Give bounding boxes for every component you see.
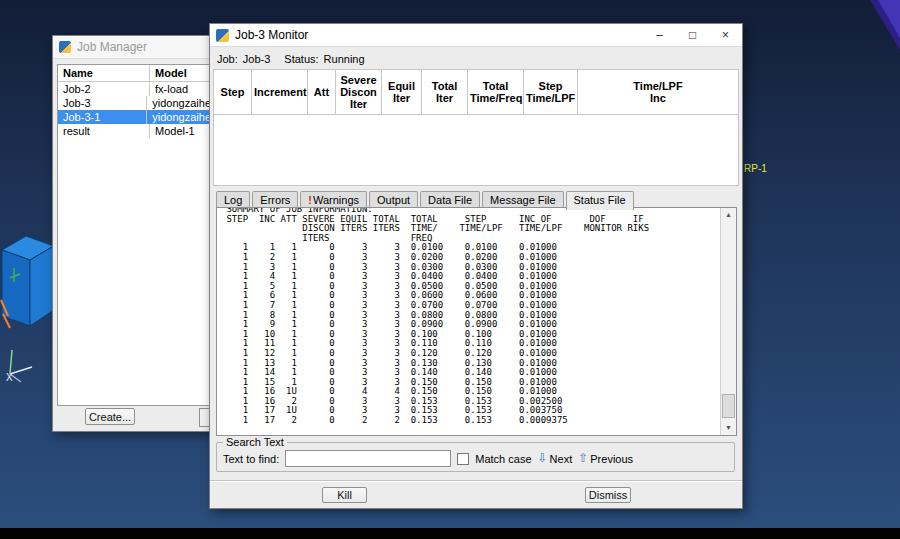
col-equil-iter: Equil Iter [382, 70, 422, 115]
job-name: Job-3 [58, 96, 147, 110]
tab-errors[interactable]: Errors [252, 191, 298, 208]
job-model: fx-load [150, 83, 211, 95]
window-controls: – □ × [643, 24, 742, 46]
minimize-icon[interactable]: – [643, 24, 676, 46]
job-manager-dialog: Job Manager Name Model Job-2 fx-load Job… [52, 35, 211, 432]
job-monitor-icon [216, 29, 229, 42]
col-total-time-freq: Total Time/Freq [468, 70, 524, 115]
increment-table-body-empty [214, 115, 739, 186]
tab-log[interactable]: Log [216, 191, 250, 208]
match-case-checkbox[interactable] [457, 453, 469, 465]
scroll-down-icon[interactable]: ▼ [721, 421, 736, 435]
status-file-text[interactable]: SUMMARY OF JOB INFORMATION: STEP INC ATT… [221, 207, 718, 435]
job-model: yidongzaihe [147, 97, 211, 109]
job-monitor-titlebar[interactable]: Job-3 Monitor – □ × [210, 24, 742, 47]
job-name: Job-3-1 [58, 110, 147, 124]
job-model: yidongzaihe [147, 111, 211, 123]
increment-table: Step Increment Att Severe Discon Iter Eq… [213, 69, 739, 186]
find-next-button[interactable]: ⇩ Next [538, 453, 573, 465]
scrollbar-thumb[interactable] [722, 394, 735, 418]
col-increment: Increment [252, 70, 308, 115]
create-job-button[interactable]: Create... [85, 408, 135, 425]
axis-x-label: X [6, 372, 13, 383]
search-group-label: Search Text [223, 436, 287, 448]
col-att: Att [308, 70, 336, 115]
tab-warnings[interactable]: !Warnings [300, 191, 367, 208]
increment-table-header: Step Increment Att Severe Discon Iter Eq… [214, 70, 739, 115]
status-file-view[interactable]: SUMMARY OF JOB INFORMATION: STEP INC ATT… [216, 207, 737, 436]
tab-status-file[interactable]: Status File [566, 191, 634, 210]
find-previous-button[interactable]: ⇧ Previous [578, 453, 633, 465]
arrow-down-icon: ⇩ [538, 453, 548, 464]
view-cube-corner-inner [878, 0, 900, 38]
warning-exclamation-icon: ! [308, 194, 312, 206]
arrow-up-icon: ⇧ [578, 453, 588, 464]
monitor-tabs: Log Errors !Warnings Output Data File Me… [216, 190, 636, 208]
job-list-header: Name Model [58, 65, 211, 82]
job-list-header-name: Name [58, 65, 150, 81]
taskbar-strip [0, 528, 900, 539]
vertical-scrollbar[interactable]: ▲ ▼ [720, 208, 736, 435]
monitor-footer: Kill Dismiss [210, 480, 742, 508]
scroll-up-icon[interactable]: ▲ [721, 208, 736, 222]
job-manager-titlebar[interactable]: Job Manager [53, 36, 210, 59]
abaqus-app: X RP-1 Job Manager Name Model Job-2 fx-l… [0, 0, 900, 539]
col-severe-discon: Severe Discon Iter [336, 70, 382, 115]
job-row[interactable]: Job-3-1 yidongzaihe [58, 110, 211, 124]
find-label: Text to find: [223, 453, 279, 465]
job-name: result [58, 124, 150, 138]
job-row[interactable]: Job-2 fx-load [58, 82, 211, 96]
search-input[interactable] [285, 450, 451, 467]
job-monitor-dialog: Job-3 Monitor – □ × Job: Job-3 Status: R… [209, 23, 743, 509]
col-total-iter: Total Iter [422, 70, 468, 115]
job-list: Name Model Job-2 fx-load Job-3 yidongzai… [57, 64, 211, 406]
col-step-time-lpf: Step Time/LPF [524, 70, 578, 115]
tab-data-file[interactable]: Data File [420, 191, 480, 208]
job-row[interactable]: result Model-1 [58, 124, 211, 138]
reference-point-label: RP-1 [744, 163, 767, 174]
col-time-lpf-inc: Time/LPF Inc [578, 70, 739, 115]
close-icon[interactable]: × [709, 24, 742, 46]
job-manager-title: Job Manager [77, 40, 147, 54]
dismiss-button[interactable]: Dismiss [585, 487, 631, 503]
job-manager-icon [59, 41, 71, 53]
part-3d-cube-icon [0, 222, 58, 337]
job-row[interactable]: Job-3 yidongzaihe [58, 96, 211, 110]
col-step: Step [214, 70, 252, 115]
job-list-header-model: Model [150, 67, 211, 79]
search-text-group: Search Text Text to find: Match case ⇩ N… [216, 436, 735, 472]
tab-output[interactable]: Output [369, 191, 418, 208]
maximize-icon[interactable]: □ [676, 24, 709, 46]
job-model: Model-1 [150, 125, 211, 137]
match-case-label: Match case [475, 453, 531, 465]
job-monitor-title: Job-3 Monitor [235, 28, 308, 42]
tab-message-file[interactable]: Message File [482, 191, 563, 208]
job-name: Job-2 [58, 82, 150, 96]
kill-button[interactable]: Kill [322, 487, 367, 503]
